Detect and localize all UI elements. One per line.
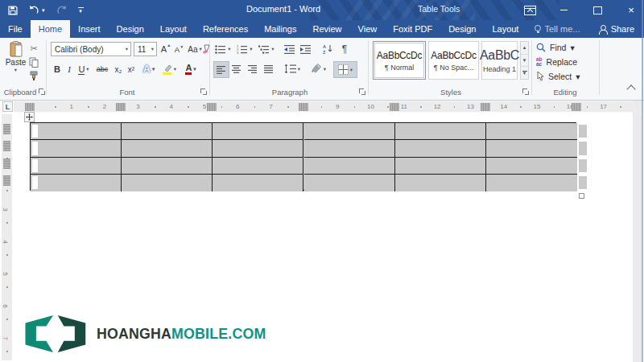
table-cell-r1c1[interactable]: [31, 123, 122, 140]
table-cell-r4c6[interactable]: [486, 175, 577, 191]
select-button[interactable]: Select▾: [536, 72, 580, 81]
tab-insert[interactable]: Insert: [70, 20, 109, 38]
table-cell-r3c2[interactable]: [122, 158, 213, 175]
sort-button[interactable]: AZ: [320, 42, 335, 56]
table-cell-r3c3[interactable]: [213, 158, 303, 175]
numbering-button[interactable]: 123 ▾: [235, 42, 254, 56]
italic-button[interactable]: I: [64, 62, 74, 76]
tab-review[interactable]: Review: [305, 20, 350, 38]
strikethrough-button[interactable]: abc: [93, 62, 111, 76]
row-border-marker[interactable]: [3, 158, 10, 169]
change-case-button[interactable]: Aa▾: [187, 42, 203, 56]
paste-button[interactable]: Paste ▾: [4, 41, 27, 88]
justify-button[interactable]: [262, 61, 276, 76]
row-border-marker[interactable]: [3, 141, 10, 151]
align-left-button[interactable]: [213, 61, 229, 78]
maximize-icon[interactable]: [589, 2, 605, 19]
show-hide-pilcrow-button[interactable]: ¶: [338, 42, 351, 56]
line-spacing-button[interactable]: ▾: [282, 61, 303, 76]
table-move-handle[interactable]: [24, 112, 35, 122]
scrollbar-track[interactable]: [633, 101, 642, 362]
tab-references[interactable]: References: [195, 20, 256, 38]
close-icon[interactable]: ×: [623, 2, 639, 19]
tab-file[interactable]: File: [0, 20, 31, 38]
clipboard-dialog-launcher-icon[interactable]: [38, 88, 45, 95]
bold-button[interactable]: B: [52, 62, 63, 76]
style-card-heading-1[interactable]: AaBbCHeading 1: [481, 41, 518, 80]
table-cell-r2c4[interactable]: [304, 140, 395, 157]
text-highlight-button[interactable]: ▾: [159, 62, 179, 76]
table-cell-r2c3[interactable]: [213, 140, 303, 157]
tab-tell-me[interactable]: Tell me...: [526, 20, 588, 38]
replace-button[interactable]: ab ac Replace: [536, 57, 577, 67]
table-cell-r4c2[interactable]: [122, 175, 213, 191]
table-cell-r1c3[interactable]: [213, 123, 303, 140]
font-size-combobox[interactable]: 11▾: [134, 42, 157, 56]
bullets-button[interactable]: ▾: [213, 42, 233, 56]
style-card-normal[interactable]: AaBbCcDc¶ Normal: [373, 41, 426, 80]
table-cell-r3c5[interactable]: [395, 158, 486, 175]
table-cell-r2c6[interactable]: [486, 140, 577, 157]
underline-button[interactable]: U▾: [76, 62, 92, 76]
tab-design[interactable]: Design: [440, 20, 484, 38]
table-cell-r1c5[interactable]: [395, 123, 486, 140]
styles-scroll-up-icon[interactable]: ▲: [521, 42, 528, 55]
increase-indent-icon[interactable]: [299, 42, 313, 56]
styles-dialog-launcher-icon[interactable]: [522, 88, 529, 95]
tab-layout[interactable]: Layout: [152, 20, 195, 38]
h-ruler[interactable]: 1234567891011121314151617: [14, 101, 633, 112]
align-right-button[interactable]: [246, 61, 260, 76]
table-cell-r1c6[interactable]: [486, 123, 577, 140]
doc-table[interactable]: [30, 122, 576, 191]
column-border-marker[interactable]: [299, 103, 308, 111]
multilevel-list-button[interactable]: ▾: [257, 42, 276, 56]
find-button[interactable]: Find▾: [536, 43, 575, 52]
align-center-button[interactable]: [229, 61, 244, 76]
tab-foxit-pdf[interactable]: Foxit PDF: [385, 20, 440, 38]
styles-more-icon[interactable]: ▼: [521, 67, 528, 79]
table-cell-r4c4[interactable]: [304, 175, 395, 191]
row-border-marker[interactable]: [3, 124, 10, 134]
table-resize-handle[interactable]: [579, 193, 584, 199]
column-border-marker[interactable]: [116, 103, 126, 111]
paragraph-dialog-launcher-icon[interactable]: [358, 88, 365, 95]
v-ruler[interactable]: 1234567: [2, 114, 12, 360]
table-cell-r2c1[interactable]: [31, 140, 122, 157]
grow-font-button[interactable]: A▲: [159, 42, 172, 56]
column-border-marker[interactable]: [390, 103, 399, 111]
paste-dropdown-icon[interactable]: ▾: [14, 67, 17, 73]
table-cell-r1c2[interactable]: [122, 123, 213, 140]
tab-selector[interactable]: L: [2, 101, 13, 112]
borders-button[interactable]: ▾: [333, 61, 357, 78]
format-painter-icon[interactable]: [28, 70, 39, 81]
undo-icon[interactable]: ▾: [29, 6, 45, 14]
tab-share[interactable]: Share: [591, 20, 642, 38]
text-effects-button[interactable]: A▾: [141, 62, 157, 76]
column-border-marker[interactable]: [25, 103, 35, 111]
table-cell-r3c1[interactable]: [31, 158, 122, 175]
font-name-combobox[interactable]: Calibri (Body)▾: [51, 42, 131, 56]
superscript-button[interactable]: x²: [125, 62, 138, 76]
tab-view[interactable]: View: [350, 20, 386, 38]
customize-quick-access-icon[interactable]: ▾: [78, 7, 84, 13]
table-cell-r4c1[interactable]: [31, 175, 122, 191]
column-border-marker[interactable]: [207, 103, 217, 111]
table-cell-r3c4[interactable]: [304, 158, 395, 175]
tab-mailings[interactable]: Mailings: [256, 20, 304, 38]
cut-icon[interactable]: ✂: [28, 43, 39, 54]
minimize-icon[interactable]: [555, 2, 572, 19]
table-cell-r4c3[interactable]: [213, 175, 303, 191]
table-cell-r2c5[interactable]: [395, 140, 486, 157]
ribbon-display-options-icon[interactable]: [522, 2, 538, 19]
collapse-ribbon-icon[interactable]: [625, 84, 638, 94]
column-border-marker[interactable]: [572, 103, 581, 111]
styles-scrollbar[interactable]: ▲ ▼ ▼: [520, 41, 529, 80]
shading-button[interactable]: ▾: [308, 61, 328, 76]
save-icon[interactable]: [8, 6, 18, 15]
subscript-button[interactable]: x₂: [112, 62, 125, 76]
table-cell-r4c5[interactable]: [395, 175, 486, 191]
row-border-marker[interactable]: [3, 175, 10, 186]
tab-layout[interactable]: Layout: [484, 20, 526, 38]
column-border-marker[interactable]: [481, 103, 490, 111]
font-dialog-launcher-icon[interactable]: [200, 88, 207, 95]
